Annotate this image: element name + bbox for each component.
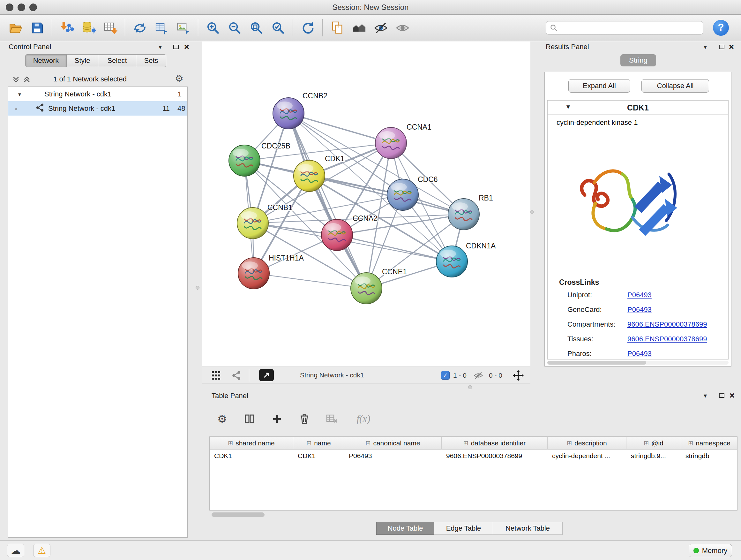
selected-indicator-checkbox[interactable]: ✓ — [441, 371, 450, 380]
expand-all-button[interactable]: Expand All — [568, 79, 630, 92]
tab-sets[interactable]: Sets — [136, 54, 166, 67]
string-results-tab[interactable]: String — [620, 54, 656, 66]
home-button[interactable] — [350, 18, 368, 38]
section-collapse-icon[interactable]: ▼ — [565, 104, 571, 111]
import-network-database-button[interactable] — [79, 18, 97, 38]
cell-canonical-name[interactable]: P06493 — [344, 452, 442, 460]
add-column-icon[interactable] — [270, 412, 284, 426]
minimize-window-button[interactable] — [17, 3, 25, 11]
scrollbar-thumb[interactable] — [547, 361, 646, 365]
show-columns-icon[interactable] — [243, 412, 257, 426]
float-panel-icon[interactable]: ▾ — [704, 391, 707, 400]
table-horizontal-scrollbar[interactable] — [209, 512, 738, 517]
network-edge[interactable] — [337, 214, 464, 235]
zoom-window-button[interactable] — [29, 3, 37, 11]
apply-layout-button[interactable] — [299, 18, 317, 38]
column-header-shared-name[interactable]: ⊞shared name — [210, 437, 293, 449]
compartments-link[interactable]: 9606.ENSP00000378699 — [627, 320, 707, 328]
hide-selected-button[interactable] — [372, 18, 390, 38]
birds-eye-view-icon[interactable] — [211, 371, 221, 381]
help-button[interactable]: ? — [713, 20, 729, 36]
maximize-panel-icon[interactable] — [173, 42, 179, 52]
import-table-file-button[interactable] — [101, 18, 119, 38]
network-row[interactable]: ● String Network - cdk1 11 48 — [8, 101, 187, 116]
column-header-id[interactable]: ⊞@id — [626, 437, 681, 449]
table-row[interactable]: CDK1 CDK1 P06493 9606.ENSP00000378699 cy… — [210, 449, 737, 462]
right-splitter-handle[interactable] — [530, 210, 534, 214]
cell-database-identifier[interactable]: 9606.ENSP00000378699 — [442, 452, 548, 460]
network-edge[interactable] — [288, 113, 391, 143]
maximize-panel-icon[interactable] — [719, 42, 724, 52]
tissues-link[interactable]: 9606.ENSP00000378699 — [627, 335, 707, 343]
collection-expander-icon[interactable]: ▼ — [17, 91, 22, 97]
zoom-in-button[interactable] — [204, 18, 222, 38]
tab-style[interactable]: Style — [66, 54, 98, 67]
pharos-link[interactable]: P06493 — [627, 350, 652, 358]
show-all-button[interactable] — [394, 18, 411, 38]
network-node[interactable] — [387, 179, 418, 210]
tab-node-table[interactable]: Node Table — [376, 522, 434, 535]
network-node[interactable] — [293, 160, 325, 192]
column-header-database-identifier[interactable]: ⊞database identifier — [442, 437, 548, 449]
cell-name[interactable]: CDK1 — [293, 452, 344, 460]
close-panel-icon[interactable]: × — [184, 42, 189, 52]
clone-network-button[interactable] — [328, 18, 346, 38]
warnings-button[interactable]: ⚠ — [33, 544, 51, 557]
network-edge[interactable] — [288, 113, 366, 288]
open-in-browser-button[interactable] — [259, 369, 274, 381]
collapse-all-button[interactable]: Collapse All — [642, 79, 709, 92]
genecard-link[interactable]: P06493 — [627, 306, 652, 314]
network-collection-row[interactable]: ▼ String Network - cdk1 1 — [8, 87, 187, 101]
network-options-gear-icon[interactable]: ⚙ — [175, 73, 184, 83]
network-node[interactable] — [351, 273, 382, 304]
network-node[interactable] — [237, 207, 268, 239]
float-panel-icon[interactable]: ▾ — [158, 42, 162, 52]
close-panel-icon[interactable]: × — [729, 42, 734, 52]
left-splitter-handle[interactable] — [196, 286, 199, 290]
uniprot-link[interactable]: P06493 — [627, 291, 652, 299]
results-horizontal-scrollbar[interactable] — [547, 361, 729, 365]
delete-column-icon[interactable] — [297, 412, 312, 426]
network-view-canvas[interactable]: CCNB2CCNA1CDC25BCDK1CDC6RB1CCNB1CCNA2CDK… — [202, 42, 530, 367]
cell-id[interactable]: stringdb:9... — [626, 452, 681, 460]
bottom-splitter-handle[interactable] — [468, 385, 472, 389]
network-overview-icon[interactable] — [232, 371, 241, 381]
cell-description[interactable]: cyclin-dependent ... — [548, 452, 626, 460]
zoom-out-button[interactable] — [226, 18, 244, 38]
new-network-from-selection-button[interactable] — [131, 18, 149, 38]
float-panel-icon[interactable]: ▾ — [704, 42, 707, 52]
network-node[interactable] — [238, 258, 269, 289]
close-panel-icon[interactable]: × — [730, 391, 735, 400]
network-edge[interactable] — [337, 235, 452, 261]
column-header-description[interactable]: ⊞description — [548, 437, 626, 449]
open-session-button[interactable] — [6, 18, 24, 38]
cloud-status-button[interactable]: ☁ — [7, 544, 24, 557]
function-builder-icon[interactable]: f(x) — [352, 412, 375, 426]
clear-table-icon[interactable] — [325, 412, 339, 426]
export-table-button[interactable] — [152, 18, 171, 38]
tab-network[interactable]: Network — [25, 54, 67, 67]
network-node[interactable] — [229, 145, 260, 176]
pan-move-icon[interactable] — [513, 370, 524, 382]
tab-edge-table[interactable]: Edge Table — [434, 522, 493, 535]
cell-shared-name[interactable]: CDK1 — [210, 452, 293, 460]
search-input[interactable] — [560, 23, 699, 32]
network-node[interactable] — [436, 246, 468, 277]
cell-namespace[interactable]: stringdb — [681, 452, 738, 460]
column-header-namespace[interactable]: ⊞namespace — [681, 437, 738, 449]
export-image-button[interactable] — [174, 18, 192, 38]
table-options-gear-icon[interactable]: ⚙ — [215, 412, 229, 426]
scrollbar-thumb[interactable] — [212, 512, 265, 517]
memory-button[interactable]: Memory — [689, 544, 732, 557]
network-node[interactable] — [448, 199, 479, 230]
import-network-file-button[interactable] — [58, 18, 76, 38]
column-header-canonical-name[interactable]: ⊞canonical name — [344, 437, 442, 449]
maximize-panel-icon[interactable] — [719, 391, 724, 400]
tab-network-table[interactable]: Network Table — [493, 522, 562, 535]
zoom-selected-button[interactable] — [269, 18, 287, 38]
network-edge[interactable] — [254, 273, 366, 288]
zoom-fit-button[interactable] — [247, 18, 265, 38]
network-node[interactable] — [273, 98, 304, 129]
save-session-button[interactable] — [28, 18, 46, 38]
network-node[interactable] — [375, 127, 407, 159]
